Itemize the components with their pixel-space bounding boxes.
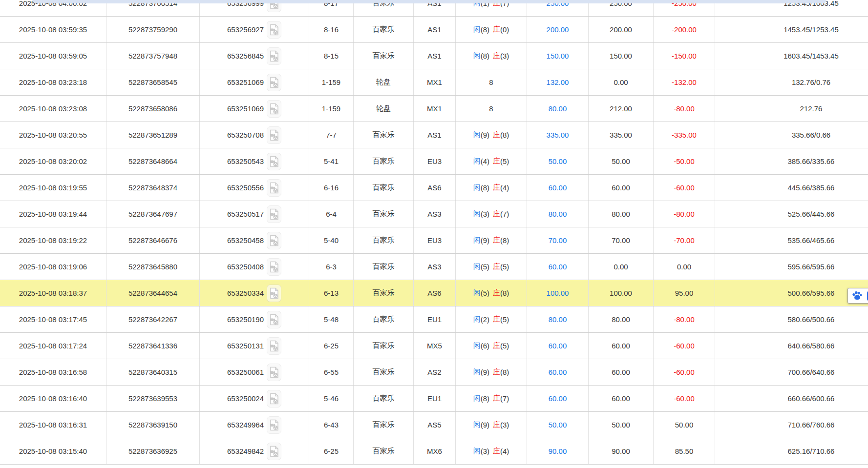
result-player-count: (3) <box>481 210 489 218</box>
result-player-count: (9) <box>481 368 489 376</box>
result-banker-label: 庄 <box>493 25 500 34</box>
result-player-label: 闲 <box>473 209 481 219</box>
result-cell: 闲(3)庄(7) <box>456 201 527 227</box>
bet-number-cell: 522873646676 <box>106 227 200 253</box>
game-type-cell: 百家乐 <box>354 148 414 174</box>
result-cell: 闲(5)庄(8) <box>456 280 527 306</box>
video-replay-button[interactable] <box>267 153 281 170</box>
win-loss-cell: 95.00 <box>654 280 715 306</box>
game-number: 653251069 <box>227 78 264 86</box>
balance-cell: 500.66/595.66 <box>715 280 868 306</box>
result-banker-count: (4) <box>500 447 509 455</box>
bet-time-cell: 2025-10-08 03:17:24 <box>0 333 106 359</box>
bet-number-cell: 522873639553 <box>106 386 200 411</box>
valid-amount-cell: 0.00 <box>589 254 654 280</box>
video-replay-button[interactable] <box>267 443 281 460</box>
result-banker-label: 庄 <box>493 209 500 219</box>
table-code-cell: AS3 <box>414 254 456 280</box>
bet-time-cell: 2025-10-08 03:16:58 <box>0 359 106 385</box>
video-replay-button[interactable] <box>267 232 281 249</box>
table-row: 2025-10-08 03:20:55 522873651289 6532507… <box>0 122 868 148</box>
video-replay-button[interactable] <box>267 337 281 355</box>
bet-amount-cell: 60.00 <box>527 175 589 201</box>
bet-time-cell: 2025-10-08 03:18:37 <box>0 280 106 306</box>
video-replay-button[interactable] <box>267 21 281 39</box>
video-replay-button[interactable] <box>267 100 281 118</box>
table-row: 2025-10-08 03:16:40 522873639553 6532500… <box>0 386 868 412</box>
game-number: 653250556 <box>227 183 264 192</box>
result-banker-count: (7) <box>500 394 509 403</box>
game-type-cell: 百家乐 <box>354 43 414 69</box>
table-row: 2025-10-08 03:23:08 522873658086 6532510… <box>0 96 868 122</box>
round-cell: 5-41 <box>309 148 354 174</box>
video-replay-button[interactable] <box>267 205 281 223</box>
game-number: 653256845 <box>227 52 264 60</box>
valid-amount-cell: 0.00 <box>589 69 654 95</box>
bet-time-cell: 2025-10-08 03:20:55 <box>0 122 106 148</box>
bet-amount-cell: 70.00 <box>527 227 589 253</box>
bet-number-cell: 522873642267 <box>106 306 200 332</box>
result-cell: 闲(9)庄(8) <box>456 359 527 385</box>
game-number-cell: 653251069 <box>200 69 309 95</box>
game-number: 653250024 <box>227 394 264 403</box>
video-replay-button[interactable] <box>267 47 281 65</box>
video-replay-file-icon <box>269 366 279 378</box>
game-type-cell: 百家乐 <box>354 333 414 359</box>
round-cell: 8-15 <box>309 43 354 69</box>
video-replay-button[interactable] <box>267 390 281 407</box>
balance-cell: 710.66/760.66 <box>715 412 868 438</box>
result-cell: 8 <box>456 69 527 95</box>
game-number-cell: 653250408 <box>200 254 309 280</box>
result-cell: 闲(9)庄(8) <box>456 122 527 148</box>
result-banker-count: (7) <box>500 210 509 218</box>
valid-amount-cell: 80.00 <box>589 201 654 227</box>
bet-number-cell: 522873648374 <box>106 175 200 201</box>
game-number-cell: 653256927 <box>200 17 309 42</box>
result-cell: 闲(6)庄(5) <box>456 333 527 359</box>
result-banker-count: (3) <box>500 52 509 60</box>
bet-time-cell: 2025-10-08 03:59:35 <box>0 17 106 42</box>
result-player-count: (5) <box>481 289 489 297</box>
game-type-cell: 轮盘 <box>354 96 414 122</box>
video-replay-file-icon <box>269 446 279 457</box>
result-banker-label: 庄 <box>493 394 500 403</box>
result-player-count: (8) <box>481 25 489 34</box>
result-player-label: 闲 <box>473 288 481 298</box>
balance-cell: 132.76/0.76 <box>715 69 868 95</box>
bet-amount-cell: 50.00 <box>527 412 589 438</box>
win-loss-cell: -335.00 <box>654 122 715 148</box>
extension-mini-popup[interactable] <box>847 288 868 304</box>
video-replay-button[interactable] <box>267 416 281 434</box>
table-row: 2025-10-08 03:23:18 522873658545 6532510… <box>0 69 868 96</box>
round-cell: 6-13 <box>309 280 354 306</box>
video-replay-file-icon <box>269 24 279 36</box>
win-loss-cell: -70.00 <box>654 227 715 253</box>
balance-cell: 640.66/580.66 <box>715 333 868 359</box>
table-code-cell: EU3 <box>414 148 456 174</box>
balance-cell: 212.76 <box>715 96 868 122</box>
video-replay-button[interactable] <box>267 364 281 381</box>
result-banker-count: (4) <box>500 183 509 192</box>
result-player-count: (9) <box>481 236 489 244</box>
video-replay-button[interactable] <box>267 74 281 91</box>
video-replay-file-icon <box>269 340 279 352</box>
result-banker-label: 庄 <box>493 367 500 377</box>
result-player-label: 闲 <box>473 341 481 350</box>
video-replay-button[interactable] <box>267 311 281 328</box>
bet-time-cell: 2025-10-08 03:19:55 <box>0 175 106 201</box>
game-number-cell: 653249842 <box>200 438 309 464</box>
video-replay-button[interactable] <box>267 126 281 144</box>
result-player-count: (9) <box>481 421 489 429</box>
round-cell: 5-46 <box>309 386 354 411</box>
round-cell: 5-48 <box>309 306 354 332</box>
balance-cell: 1603.45/1453.45 <box>715 43 868 69</box>
video-replay-button[interactable] <box>267 285 281 302</box>
table-row: 2025-10-08 03:16:58 522873640315 6532500… <box>0 359 868 386</box>
result-player-label: 闲 <box>473 367 481 377</box>
video-replay-button[interactable] <box>267 258 281 276</box>
video-replay-button[interactable] <box>267 179 281 197</box>
table-row: 2025-10-08 03:19:44 522873647697 6532505… <box>0 201 868 227</box>
result-banker-count: (8) <box>500 236 509 244</box>
game-number-cell: 653256845 <box>200 43 309 69</box>
bet-amount-cell: 60.00 <box>527 254 589 280</box>
